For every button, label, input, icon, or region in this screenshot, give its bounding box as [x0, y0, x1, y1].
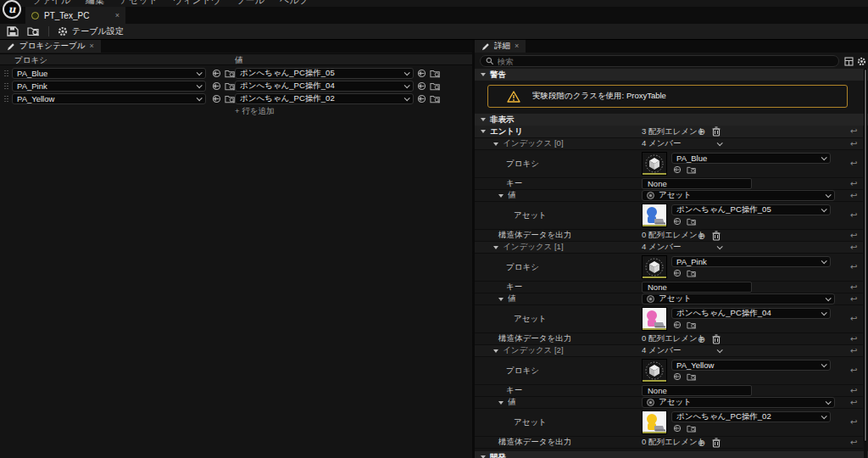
expander-arrow-icon[interactable]: [498, 194, 504, 198]
section-partial-bottom[interactable]: 開発: [475, 451, 868, 458]
asset-thumbnail-yellow-character[interactable]: [642, 411, 667, 434]
use-selected-icon[interactable]: [212, 81, 221, 91]
browse-asset-icon[interactable]: [687, 269, 697, 278]
section-hidden[interactable]: 非表示: [475, 114, 868, 126]
proxy-dropdown[interactable]: PA_Yellow: [12, 93, 206, 104]
expander-arrow-icon[interactable]: [493, 142, 498, 146]
reset-to-default-icon[interactable]: ↩: [850, 263, 857, 271]
use-selected-icon[interactable]: [673, 165, 682, 175]
use-selected-icon[interactable]: [673, 424, 682, 433]
close-icon[interactable]: ×: [90, 42, 94, 50]
use-selected-icon[interactable]: [673, 217, 682, 226]
value-type-dropdown[interactable]: アセット: [642, 397, 835, 408]
reset-to-default-icon[interactable]: ↩: [850, 295, 857, 304]
use-selected-icon[interactable]: [673, 321, 682, 330]
browse-asset-icon[interactable]: [687, 321, 697, 330]
asset-dropdown[interactable]: ポンへちゃん_PC操作_02: [671, 411, 831, 422]
expander-arrow-icon[interactable]: [481, 130, 486, 133]
trash-icon[interactable]: [712, 231, 721, 241]
browse-asset-icon[interactable]: [687, 372, 697, 382]
section-warning[interactable]: 警告: [475, 69, 868, 81]
browse-asset-icon[interactable]: [430, 69, 441, 79]
value-dropdown[interactable]: ポンへちゃん_PC操作_04: [235, 81, 414, 92]
use-selected-icon[interactable]: [417, 94, 426, 103]
value-type-dropdown[interactable]: アセット: [642, 293, 835, 304]
reset-to-default-icon[interactable]: ↩: [850, 159, 857, 168]
use-selected-icon[interactable]: [673, 269, 682, 278]
trash-icon[interactable]: [712, 438, 721, 448]
reset-to-default-icon[interactable]: ↩: [850, 283, 857, 292]
value-dropdown[interactable]: ポンへちゃん_PC操作_05: [235, 68, 414, 79]
proxy-dropdown[interactable]: PA_Blue: [12, 68, 206, 79]
expander-arrow-icon[interactable]: [493, 246, 498, 249]
menu-window[interactable]: ウィンドウ: [173, 0, 220, 7]
browse-to-asset-button[interactable]: [27, 25, 40, 37]
proxy-asset-dropdown[interactable]: PA_Blue: [671, 153, 831, 164]
unreal-logo-icon[interactable]: u: [3, 0, 21, 19]
add-element-icon[interactable]: ⊕: [698, 438, 705, 447]
reset-to-default-icon[interactable]: ↩: [850, 127, 857, 136]
key-field[interactable]: None: [642, 282, 752, 293]
details-scrollbar[interactable]: [864, 69, 867, 458]
add-row-button[interactable]: + 行を追加: [235, 106, 274, 117]
asset-thumbnail-pink-character[interactable]: [642, 307, 667, 331]
tab-pt-tex-pc[interactable]: PT_Tex_PC ×: [25, 7, 125, 24]
trash-icon[interactable]: [712, 334, 721, 344]
drag-handle-icon[interactable]: [4, 70, 7, 77]
use-selected-icon[interactable]: [673, 372, 682, 382]
browse-asset-icon[interactable]: [687, 217, 697, 226]
drag-handle-icon[interactable]: [4, 96, 7, 103]
use-selected-icon[interactable]: [417, 69, 426, 78]
key-field[interactable]: None: [642, 385, 752, 396]
browse-asset-icon[interactable]: [687, 424, 697, 433]
browse-asset-icon[interactable]: [430, 81, 441, 92]
reset-to-default-icon[interactable]: ↩: [850, 387, 857, 395]
gear-icon[interactable]: [857, 57, 866, 66]
display-options-icon[interactable]: [844, 57, 854, 66]
menu-asset[interactable]: アセット: [120, 0, 158, 7]
reset-to-default-icon[interactable]: ↩: [850, 399, 857, 407]
browse-asset-icon[interactable]: [687, 165, 697, 175]
trash-icon[interactable]: [712, 126, 721, 137]
expander-arrow-icon[interactable]: [498, 401, 504, 405]
menu-help[interactable]: ヘルプ: [280, 0, 309, 7]
expander-arrow-icon[interactable]: [481, 118, 486, 121]
reset-to-default-icon[interactable]: ↩: [850, 180, 857, 188]
add-element-icon[interactable]: ⊕: [698, 127, 705, 137]
save-button[interactable]: [7, 25, 19, 37]
expander-arrow-icon[interactable]: [481, 73, 486, 76]
expander-arrow-icon[interactable]: [493, 349, 498, 353]
reset-to-default-icon[interactable]: ↩: [850, 243, 857, 252]
use-selected-icon[interactable]: [212, 94, 221, 103]
drag-handle-icon[interactable]: [4, 83, 7, 90]
reset-to-default-icon[interactable]: ↩: [850, 232, 857, 240]
menu-edit[interactable]: 編集: [86, 0, 104, 7]
close-icon[interactable]: ×: [515, 42, 519, 50]
chevron-down-icon[interactable]: [716, 243, 722, 249]
chevron-down-icon[interactable]: [716, 140, 722, 146]
chevron-down-icon[interactable]: [716, 347, 722, 353]
reset-to-default-icon[interactable]: ↩: [850, 315, 857, 323]
reset-to-default-icon[interactable]: ↩: [850, 192, 857, 200]
reset-to-default-icon[interactable]: ↩: [850, 347, 857, 355]
key-field[interactable]: None: [642, 178, 752, 189]
asset-dropdown[interactable]: ポンへちゃん_PC操作_04: [671, 308, 831, 319]
reset-to-default-icon[interactable]: ↩: [850, 366, 857, 375]
add-element-icon[interactable]: ⊕: [698, 334, 705, 344]
use-selected-icon[interactable]: [212, 69, 221, 78]
menu-tools[interactable]: ツール: [236, 0, 264, 7]
reset-to-default-icon[interactable]: ↩: [850, 335, 857, 344]
tab-proxy-table[interactable]: プロキシテーブル ×: [0, 40, 101, 53]
reset-to-default-icon[interactable]: ↩: [850, 438, 857, 447]
proxy-asset-thumbnail[interactable]: [642, 359, 667, 383]
proxy-asset-thumbnail[interactable]: [642, 152, 667, 176]
tab-details[interactable]: 詳細 ×: [475, 40, 526, 53]
reset-to-default-icon[interactable]: ↩: [850, 140, 857, 148]
asset-dropdown[interactable]: ポンへちゃん_PC操作_05: [671, 204, 831, 215]
proxy-asset-thumbnail[interactable]: [642, 255, 667, 279]
expander-arrow-icon[interactable]: [498, 298, 504, 301]
reset-to-default-icon[interactable]: ↩: [850, 418, 857, 427]
reset-to-default-icon[interactable]: ↩: [850, 211, 857, 220]
asset-thumbnail-blue-character[interactable]: [642, 204, 667, 227]
proxy-asset-dropdown[interactable]: PA_Yellow: [671, 360, 831, 371]
